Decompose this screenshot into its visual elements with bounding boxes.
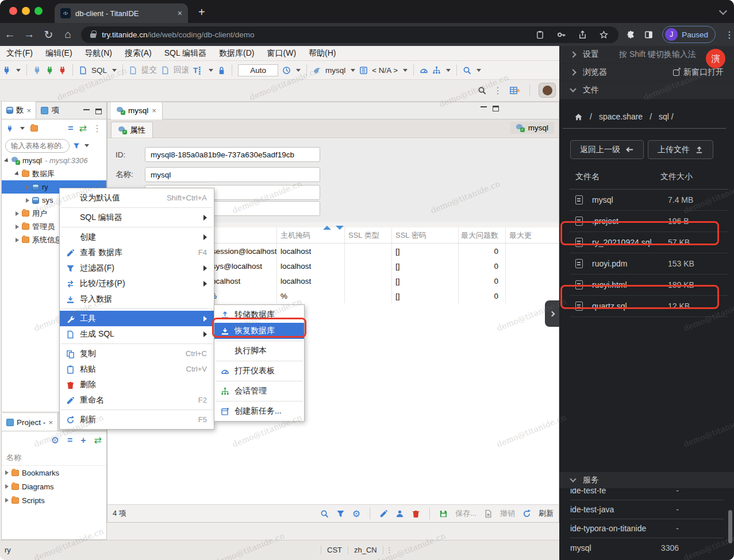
service-row-mysql[interactable]: mysql3306 [570, 538, 724, 557]
toolbar-overflow-icon[interactable]: ⋮ [493, 85, 502, 96]
window-chevron-icon[interactable] [719, 7, 727, 15]
col-host-mask[interactable]: 主机掩码 [277, 227, 345, 243]
tree-node-mysql[interactable]: ✓ mysql - mysql:3306 [2, 154, 106, 167]
new-connection-icon[interactable] [6, 125, 13, 132]
menuitem-set-default[interactable]: 设为默认值Shift+Ctrl+A [60, 190, 214, 206]
cell-ssl-cipher[interactable]: [] [392, 244, 459, 258]
commit-icon[interactable] [129, 66, 137, 75]
menuitem-restore-database[interactable]: 恢复数据库 [214, 323, 304, 339]
sql-dropdown-icon[interactable] [112, 69, 117, 72]
file-row-ruoyi-pdm[interactable]: ruoyi.pdm153 KB [570, 253, 728, 275]
refresh-button[interactable]: 刷新 [539, 508, 554, 519]
cell-max-updates[interactable] [506, 258, 559, 273]
link-editor-icon[interactable]: ⇄ [79, 123, 87, 134]
history-clock-icon[interactable] [282, 66, 291, 75]
col-ssl-type[interactable]: SSL 类型 [345, 227, 392, 243]
minimize-window-button[interactable] [22, 7, 30, 15]
home-icon[interactable]: ⌂ [58, 28, 78, 41]
undo-button[interactable]: 撤销 [500, 508, 515, 519]
status-overflow-icon[interactable]: ⋮ [383, 546, 393, 554]
col-max-questions[interactable]: 最大问题数 [459, 227, 506, 243]
menuitem-create-new-task[interactable]: 创建新任务... [214, 403, 304, 419]
menuitem-import-data[interactable]: 导入数据 [60, 291, 214, 307]
transaction-mode-icon[interactable]: T⡇ [193, 65, 203, 75]
menuitem-paste[interactable]: 粘贴Ctrl+V [60, 361, 214, 377]
refresh-icon[interactable] [522, 509, 531, 518]
menuitem-view-database[interactable]: 查看 数据库F4 [60, 245, 214, 260]
new-folder-icon[interactable] [30, 125, 38, 132]
cell-ssl-type[interactable] [345, 258, 392, 273]
cell-ssl-cipher[interactable]: [] [392, 273, 459, 288]
expander-icon[interactable] [26, 185, 29, 190]
reconnect-icon[interactable] [45, 66, 54, 75]
menu-database[interactable]: 数据库(D) [213, 48, 260, 59]
link-editor-icon[interactable]: ⇄ [94, 435, 102, 446]
lock-icon[interactable] [90, 33, 96, 38]
menu-help[interactable]: 帮助(H) [302, 48, 342, 59]
cell-ssl-cipher[interactable]: [] [392, 288, 459, 303]
cell-ssl-type[interactable] [345, 273, 392, 288]
cell-ssl-cipher[interactable]: [] [392, 258, 459, 273]
name-field[interactable] [145, 167, 320, 182]
menuitem-generate-sql[interactable]: 生成 SQL [60, 326, 214, 342]
tasks-icon[interactable] [432, 66, 441, 75]
back-icon[interactable]: ← [0, 28, 20, 41]
dbeaver-avatar[interactable] [539, 83, 556, 98]
menu-file[interactable]: 文件(F) [0, 48, 39, 59]
service-row-ide-typora[interactable]: ide-typora-on-titanide- [570, 519, 724, 538]
collapse-all-icon[interactable]: = [67, 435, 72, 446]
tree-node-diagrams[interactable]: Diagrams [2, 480, 106, 493]
file-row-project[interactable]: .project196 B [570, 211, 728, 232]
cell-host[interactable]: localhost [277, 273, 345, 288]
menuitem-session-manager[interactable]: 会话管理 [214, 383, 304, 399]
kebab-menu-icon[interactable]: ⋮ [725, 29, 734, 40]
database-list-icon[interactable] [359, 66, 368, 75]
file-row-quartz-sql[interactable]: quartz.sql12 KB [570, 296, 728, 317]
cell-host[interactable]: % [277, 288, 345, 303]
tab-properties[interactable]: ✓ 属性 [111, 122, 153, 138]
search-dropdown-icon[interactable] [476, 69, 481, 72]
close-window-button[interactable] [9, 7, 17, 15]
url-bar[interactable]: try.titanide.cn/ide/web/coding/db-client… [81, 26, 618, 43]
mysql-dolphin-icon[interactable] [313, 66, 321, 75]
profile-button[interactable]: J Paused [662, 26, 716, 43]
cell-max-questions[interactable]: 0 [459, 273, 506, 288]
upload-file-button[interactable]: 上传文件 [648, 140, 713, 159]
menu-edit[interactable]: 编辑(E) [39, 48, 79, 59]
cell-max-questions[interactable]: 0 [459, 244, 506, 258]
view-menu-icon[interactable]: ⋮ [93, 123, 102, 134]
grid-search-icon[interactable] [320, 509, 329, 518]
sidebar-section-browser[interactable]: 浏览器 新窗口打开 [559, 64, 734, 82]
expander-icon[interactable] [5, 498, 9, 503]
file-row-mysql[interactable]: mysql7.4 MB [570, 190, 728, 211]
cell-max-updates[interactable] [506, 244, 559, 258]
active-schema-select[interactable]: < N/A > [372, 66, 398, 75]
menuitem-dump-database[interactable]: 转储数据库 [214, 307, 304, 323]
services-header[interactable]: 服务 [559, 472, 734, 488]
sidebar-collapse-handle[interactable] [545, 300, 559, 327]
menuitem-refresh[interactable]: 刷新F5 [60, 412, 214, 427]
new-connection-dropdown-icon[interactable] [16, 69, 21, 72]
password-key-icon[interactable] [557, 30, 566, 39]
cell-ssl-type[interactable] [345, 244, 392, 258]
tree-node-scripts[interactable]: Scripts [2, 493, 106, 507]
breadcrumb-sql[interactable]: sql / [659, 112, 674, 121]
go-up-button[interactable]: 返回上一级 [570, 140, 644, 159]
disconnect-icon[interactable] [58, 66, 67, 75]
active-database-select[interactable]: mysql [325, 66, 345, 75]
close-tab-icon[interactable]: × [48, 418, 53, 427]
expander-icon[interactable] [14, 171, 20, 177]
lock-toggle-icon[interactable] [217, 66, 226, 75]
cell-host[interactable]: localhost [277, 258, 345, 273]
tab-projects[interactable]: 项 [36, 102, 64, 119]
bookmark-star-icon[interactable] [600, 30, 608, 39]
sidebar-section-files[interactable]: 文件 [559, 82, 734, 99]
tree-node-databases[interactable]: 数据库 [2, 167, 106, 180]
customize-perspective-icon[interactable]: ★ [509, 86, 521, 95]
editor-tab-mysql[interactable]: ✓ mysql × [111, 102, 163, 119]
breadcrumb-space-share[interactable]: space.share [599, 112, 643, 121]
add-user-icon[interactable] [395, 509, 404, 518]
grid-filter-icon[interactable] [336, 509, 345, 518]
menuitem-sql-editor[interactable]: SQL 编辑器 [60, 210, 214, 225]
expander-icon[interactable] [5, 484, 9, 489]
